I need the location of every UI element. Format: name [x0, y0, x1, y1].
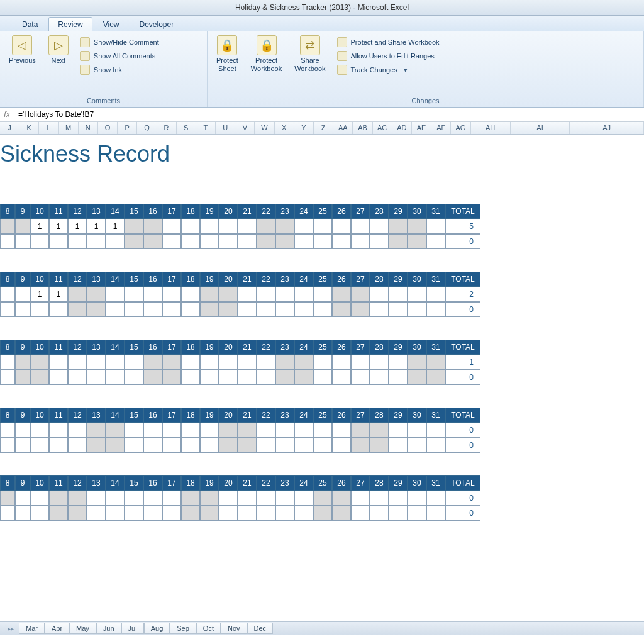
formula-input[interactable] — [14, 109, 644, 120]
day-cell[interactable] — [351, 234, 370, 249]
day-cell[interactable] — [332, 423, 351, 438]
day-cell[interactable] — [275, 234, 294, 249]
day-cell[interactable] — [389, 234, 408, 249]
day-cell[interactable]: 1 — [68, 219, 87, 234]
allow-users-button[interactable]: Allow Users to Edit Ranges — [335, 50, 442, 62]
day-cell[interactable] — [426, 491, 445, 506]
day-cell[interactable] — [30, 506, 49, 521]
day-cell[interactable] — [125, 234, 143, 249]
day-cell[interactable] — [143, 219, 162, 234]
sheet-tab-mar[interactable]: Mar — [19, 623, 45, 634]
day-cell[interactable] — [294, 491, 313, 506]
day-cell[interactable] — [200, 219, 219, 234]
day-cell[interactable]: 1 — [30, 287, 49, 302]
worksheet[interactable]: Sickness Record 891011121314151617181920… — [0, 135, 644, 635]
day-cell[interactable] — [68, 302, 87, 317]
day-cell[interactable] — [294, 506, 313, 521]
day-cell[interactable] — [143, 355, 162, 370]
day-cell[interactable] — [87, 287, 106, 302]
day-cell[interactable]: 1 — [49, 219, 68, 234]
sheet-tab-oct[interactable]: Oct — [196, 623, 221, 634]
day-cell[interactable] — [87, 370, 106, 385]
day-cell[interactable] — [219, 506, 238, 521]
day-cell[interactable] — [351, 370, 370, 385]
day-cell[interactable] — [257, 506, 275, 521]
col-header-S[interactable]: S — [177, 122, 196, 134]
day-cell[interactable] — [15, 219, 30, 234]
day-cell[interactable] — [219, 219, 238, 234]
day-cell[interactable] — [162, 302, 181, 317]
day-cell[interactable] — [200, 287, 219, 302]
day-cell[interactable] — [106, 438, 125, 453]
day-cell[interactable] — [313, 423, 332, 438]
day-cell[interactable] — [87, 438, 106, 453]
day-cell[interactable] — [181, 234, 200, 249]
day-cell[interactable] — [351, 287, 370, 302]
tab-review[interactable]: Review — [48, 17, 92, 31]
day-cell[interactable] — [351, 302, 370, 317]
day-cell[interactable] — [0, 506, 15, 521]
day-cell[interactable] — [275, 355, 294, 370]
day-cell[interactable] — [313, 234, 332, 249]
day-cell[interactable] — [0, 219, 15, 234]
tab-data[interactable]: Data — [13, 17, 47, 31]
day-cell[interactable] — [332, 302, 351, 317]
sheet-nav-icons[interactable]: ▸▸ — [4, 625, 18, 632]
day-cell[interactable] — [370, 370, 389, 385]
col-header-AJ[interactable]: AJ — [570, 122, 644, 134]
day-cell[interactable] — [87, 423, 106, 438]
day-cell[interactable] — [143, 287, 162, 302]
day-cell[interactable] — [426, 506, 445, 521]
day-cell[interactable] — [257, 219, 275, 234]
day-cell[interactable] — [408, 491, 426, 506]
col-header-AF[interactable]: AF — [431, 122, 451, 134]
sheet-tab-jul[interactable]: Jul — [121, 623, 144, 634]
day-cell[interactable] — [389, 219, 408, 234]
day-cell[interactable] — [181, 302, 200, 317]
day-cell[interactable] — [351, 355, 370, 370]
col-header-K[interactable]: K — [19, 122, 39, 134]
day-cell[interactable] — [408, 506, 426, 521]
col-header-V[interactable]: V — [235, 122, 255, 134]
col-header-Q[interactable]: Q — [137, 122, 157, 134]
show-ink-button[interactable]: Show Ink — [77, 64, 162, 75]
day-cell[interactable] — [0, 234, 15, 249]
day-cell[interactable] — [332, 491, 351, 506]
day-cell[interactable] — [181, 219, 200, 234]
day-cell[interactable] — [332, 438, 351, 453]
day-cell[interactable] — [426, 438, 445, 453]
day-cell[interactable] — [162, 438, 181, 453]
day-cell[interactable] — [408, 355, 426, 370]
day-cell[interactable] — [49, 506, 68, 521]
day-cell[interactable] — [219, 370, 238, 385]
day-cell[interactable] — [275, 423, 294, 438]
day-cell[interactable] — [426, 219, 445, 234]
day-cell[interactable] — [181, 438, 200, 453]
day-cell[interactable] — [219, 302, 238, 317]
day-cell[interactable] — [313, 219, 332, 234]
day-cell[interactable] — [219, 287, 238, 302]
day-cell[interactable] — [143, 234, 162, 249]
day-cell[interactable] — [219, 234, 238, 249]
day-cell[interactable] — [389, 506, 408, 521]
day-cell[interactable] — [294, 355, 313, 370]
day-cell[interactable] — [162, 506, 181, 521]
day-cell[interactable] — [143, 506, 162, 521]
day-cell[interactable] — [332, 355, 351, 370]
day-cell[interactable] — [125, 302, 143, 317]
day-cell[interactable] — [294, 234, 313, 249]
day-cell[interactable] — [106, 234, 125, 249]
day-cell[interactable]: 1 — [30, 219, 49, 234]
day-cell[interactable] — [30, 438, 49, 453]
day-cell[interactable] — [125, 370, 143, 385]
day-cell[interactable] — [49, 438, 68, 453]
day-cell[interactable] — [257, 234, 275, 249]
col-header-T[interactable]: T — [196, 122, 216, 134]
day-cell[interactable] — [87, 302, 106, 317]
day-cell[interactable] — [162, 423, 181, 438]
day-cell[interactable] — [125, 506, 143, 521]
day-cell[interactable] — [275, 302, 294, 317]
day-cell[interactable] — [68, 370, 87, 385]
col-header-AH[interactable]: AH — [471, 122, 511, 134]
day-cell[interactable] — [238, 287, 257, 302]
